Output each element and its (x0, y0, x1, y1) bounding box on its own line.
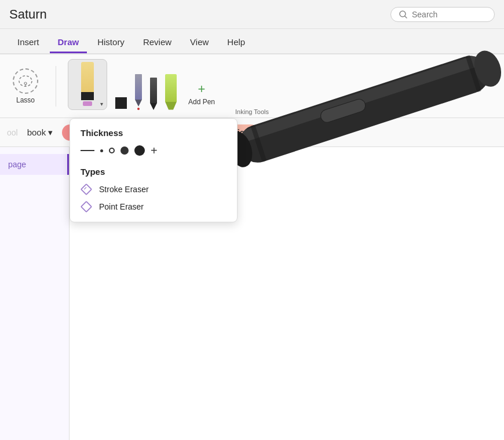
svg-line-6 (84, 187, 86, 189)
title-bar: Saturn (0, 0, 504, 29)
lasso-icon (13, 68, 38, 94)
sidebar-item-label: page (8, 160, 26, 169)
stroke-eraser-icon (81, 184, 92, 195)
svg-line-1 (405, 16, 407, 18)
types-row: Stroke Eraser Point Eraser (81, 184, 227, 212)
point-eraser-item[interactable]: Point Eraser (81, 201, 227, 212)
inking-tools-label: Inking Tools (235, 108, 269, 115)
tab-help[interactable]: Help (219, 34, 253, 53)
dark-pencil-tip (150, 103, 157, 110)
add-pen-plus-icon: + (198, 83, 206, 96)
stroke-eraser-item[interactable]: Stroke Eraser (81, 184, 227, 195)
svg-rect-5 (81, 184, 92, 195)
section-partial-text: ool (7, 128, 18, 137)
chevron-down-icon: ▾ (100, 101, 103, 107)
thickness-option-sm[interactable] (100, 149, 103, 152)
black-pen-body (115, 97, 127, 109)
gray-pencil[interactable] (135, 74, 142, 110)
lasso-label: Lasso (16, 96, 35, 104)
eraser-body (81, 62, 94, 106)
gray-pencil-dot (137, 108, 140, 110)
add-pen-label: Add Pen (188, 98, 215, 106)
app-title: Saturn (9, 7, 390, 22)
search-icon (399, 10, 407, 19)
thickness-row: + (81, 145, 227, 156)
tab-insert[interactable]: Insert (9, 34, 48, 53)
eraser-top (81, 62, 94, 92)
gray-pencil-body (135, 74, 142, 100)
eraser-dot (83, 101, 92, 106)
search-input[interactable] (412, 10, 481, 19)
sidebar-item-page[interactable]: page (0, 154, 69, 175)
svg-rect-7 (81, 201, 92, 212)
tab-draw[interactable]: Draw (50, 34, 87, 53)
search-box[interactable] (390, 7, 495, 22)
highlighter-pen[interactable] (165, 69, 177, 110)
highlighter-body (165, 74, 177, 102)
thickness-option-md-container[interactable] (109, 148, 115, 153)
svg-point-3 (24, 82, 27, 85)
point-eraser-label: Point Eraser (99, 202, 144, 211)
selected-eraser-pen[interactable]: ▾ (68, 59, 107, 110)
tab-review[interactable]: Review (135, 34, 180, 53)
ribbon-toolbar: Lasso ▾ (0, 54, 504, 118)
notebook-chevron-icon: ▾ (48, 127, 53, 138)
pen-collection: ▾ + Add Pen (68, 60, 218, 112)
stroke-eraser-label: Stroke Eraser (99, 185, 149, 194)
dark-pencil[interactable] (150, 78, 157, 110)
toolbar-divider-1 (56, 66, 56, 107)
thickness-option-md[interactable] (109, 148, 115, 153)
eraser-bottom (81, 92, 94, 100)
lasso-tool[interactable]: Lasso (7, 65, 44, 108)
sidebar: page (0, 147, 70, 440)
tab-view[interactable]: View (182, 34, 217, 53)
tab-history[interactable]: History (89, 34, 133, 53)
point-eraser-icon (81, 201, 92, 212)
thickness-add-icon[interactable]: + (151, 145, 158, 156)
thickness-option-xs[interactable] (81, 150, 94, 151)
highlighter-tip (165, 102, 177, 110)
types-title: Types (81, 167, 227, 177)
tag-other[interactable]: W (264, 124, 292, 141)
add-pen-button[interactable]: + Add Pen (185, 79, 218, 109)
gray-pencil-tip (135, 100, 142, 107)
dark-pencil-body (150, 78, 157, 103)
black-pen[interactable] (115, 97, 127, 110)
thickness-title: Thickness (81, 128, 227, 138)
notebook-selector[interactable]: book ▾ (23, 125, 58, 140)
ribbon-tabs: Insert Draw History Review View Help (0, 29, 504, 54)
thickness-dropdown: Thickness + Types Stroke Eraser (70, 118, 238, 222)
thickness-option-xl[interactable] (134, 145, 145, 156)
thickness-option-lg[interactable] (120, 146, 129, 155)
notebook-label: book (27, 127, 46, 137)
